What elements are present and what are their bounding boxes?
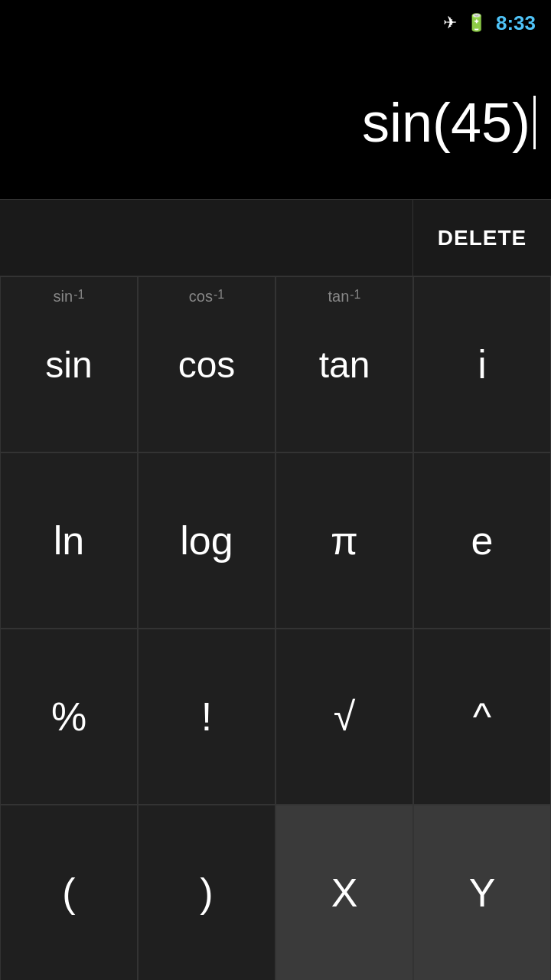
airplane-icon: ✈ — [443, 13, 457, 33]
tan-label: tan — [319, 344, 370, 386]
cos-label: cos — [178, 344, 236, 386]
rparen-button[interactable]: ) — [138, 805, 276, 980]
ln-label: ln — [54, 518, 84, 564]
y-label: Y — [469, 870, 496, 916]
sin-sup-base: sin — [54, 288, 73, 305]
cos-sup-base: cos — [189, 288, 213, 305]
result-area — [0, 200, 413, 276]
expression-display: sin(45) — [362, 91, 530, 154]
e-button[interactable]: e — [413, 452, 551, 629]
log-button[interactable]: log — [138, 452, 276, 629]
i-button[interactable]: i — [413, 276, 551, 452]
pi-label: π — [331, 518, 358, 564]
calculator-grid: DELETE sin-1 sin cos-1 cos tan-1 tan i l… — [0, 199, 551, 980]
factorial-button[interactable]: ! — [138, 629, 276, 805]
percent-button[interactable]: % — [0, 629, 138, 805]
percent-label: % — [51, 694, 86, 740]
status-bar: ✈ 🔋 8:33 — [0, 0, 551, 46]
display-area: sin(45) — [0, 46, 551, 199]
text-cursor — [533, 96, 536, 149]
x-label: X — [331, 870, 358, 916]
factorial-label: ! — [201, 694, 212, 740]
tan-button[interactable]: tan-1 tan — [276, 276, 413, 452]
ln-button[interactable]: ln — [0, 452, 138, 629]
delete-button[interactable]: DELETE — [413, 200, 551, 276]
cos-button[interactable]: cos-1 cos — [138, 276, 276, 452]
sin-label: sin — [45, 344, 92, 386]
pi-button[interactable]: π — [276, 452, 413, 629]
x-variable-button[interactable]: X — [276, 805, 413, 980]
sqrt-label: √ — [334, 694, 356, 740]
y-variable-button[interactable]: Y — [413, 805, 551, 980]
tan-sup-base: tan — [328, 288, 349, 305]
status-time: 8:33 — [496, 11, 536, 35]
i-label: i — [478, 341, 487, 387]
sin-button[interactable]: sin-1 sin — [0, 276, 138, 452]
lparen-label: ( — [62, 870, 75, 916]
log-label: log — [180, 518, 233, 564]
power-button[interactable]: ^ — [413, 629, 551, 805]
rparen-label: ) — [200, 870, 213, 916]
sqrt-button[interactable]: √ — [276, 629, 413, 805]
lparen-button[interactable]: ( — [0, 805, 138, 980]
battery-icon: 🔋 — [466, 13, 487, 33]
e-label: e — [471, 518, 494, 564]
power-label: ^ — [473, 694, 491, 740]
